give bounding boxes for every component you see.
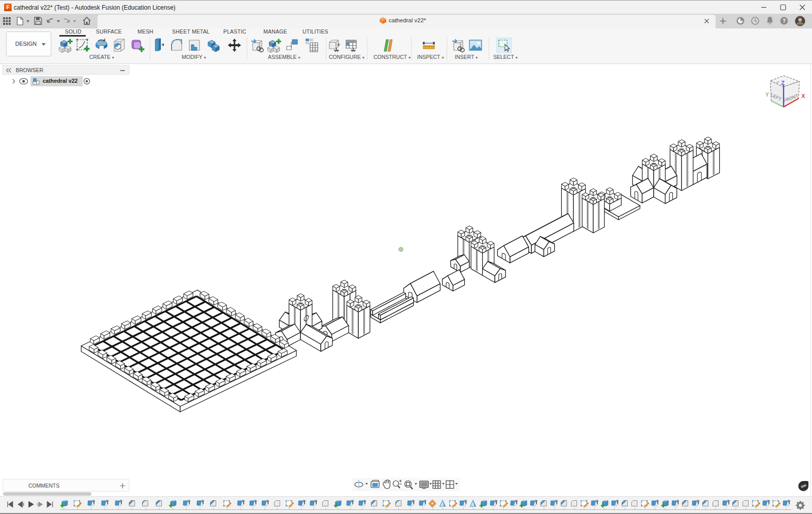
- svg-text:?: ?: [783, 18, 786, 24]
- svg-text:F: F: [6, 5, 9, 10]
- svg-text:X: X: [801, 93, 805, 99]
- svg-text:Z: Z: [781, 80, 785, 86]
- svg-text:Y: Y: [765, 91, 769, 98]
